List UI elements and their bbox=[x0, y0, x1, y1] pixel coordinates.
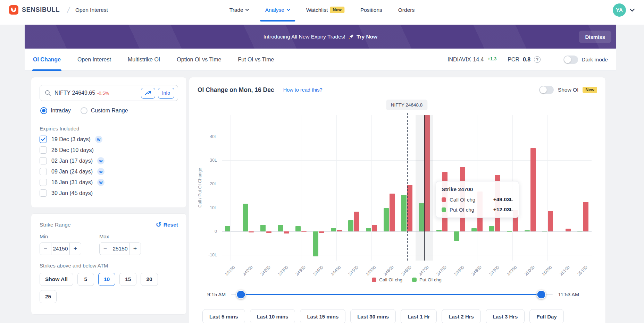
show-oi-toggle[interactable] bbox=[539, 86, 554, 94]
radio-intraday[interactable]: Intraday bbox=[40, 107, 71, 114]
expiry-option-16-jan[interactable]: 16 Jan (31 days)w bbox=[40, 179, 178, 186]
call-oi-bar-24600[interactable] bbox=[390, 194, 395, 231]
put-oi-bar-25000[interactable] bbox=[525, 230, 530, 231]
time-button-full-day[interactable]: Full Day bbox=[529, 309, 563, 323]
atm-option-25[interactable]: 25 bbox=[40, 290, 57, 303]
put-oi-bar-24550[interactable] bbox=[366, 228, 371, 231]
put-oi-bar-24250[interactable] bbox=[260, 225, 266, 231]
expiry-option-30-jan[interactable]: 30 Jan (45 days) bbox=[40, 189, 178, 197]
put-oi-bar-24950[interactable] bbox=[507, 231, 512, 232]
chevron-down-icon bbox=[245, 9, 249, 11]
trending-up-icon bbox=[145, 91, 151, 95]
atm-option-5[interactable]: 5 bbox=[77, 273, 94, 286]
checkbox-icon[interactable] bbox=[40, 179, 47, 186]
tab-oi-change[interactable]: OI Change bbox=[32, 49, 61, 71]
call-oi-bar-24250[interactable] bbox=[266, 231, 271, 233]
put-oi-bar-25050[interactable] bbox=[542, 231, 547, 231]
dark-mode-toggle[interactable] bbox=[563, 56, 578, 64]
checkbox-checked-icon[interactable] bbox=[40, 136, 47, 143]
expiry-option-09-jan[interactable]: 09 Jan (24 days)w bbox=[40, 168, 178, 175]
put-oi-bar-24500[interactable] bbox=[348, 220, 353, 231]
chart-button[interactable] bbox=[141, 88, 155, 99]
slider-end-handle[interactable] bbox=[537, 290, 546, 299]
nav-item-analyse[interactable]: Analyse bbox=[265, 0, 290, 20]
call-oi-bar-24650[interactable] bbox=[407, 185, 412, 231]
call-oi-bar-24400[interactable] bbox=[319, 231, 324, 233]
time-button-last-15-mins[interactable]: Last 15 mins bbox=[300, 309, 345, 323]
put-oi-bar-24450[interactable] bbox=[331, 228, 336, 231]
atm-option-15[interactable]: 15 bbox=[119, 273, 136, 286]
tab-option-oi-vs-time[interactable]: Option OI vs Time bbox=[176, 49, 222, 71]
legend-item-put-oi-chg[interactable]: Put OI chg bbox=[412, 277, 442, 282]
radio-custom-range[interactable]: Custom Range bbox=[81, 107, 128, 114]
sensibull-logo[interactable]: SENSIBULL bbox=[9, 5, 60, 15]
put-oi-bar-24350[interactable] bbox=[295, 226, 301, 231]
call-oi-bar-24450[interactable] bbox=[337, 230, 342, 231]
tab-fut-oi-vs-time[interactable]: Fut OI vs Time bbox=[237, 49, 275, 71]
time-button-last-1-hr[interactable]: Last 1 Hr bbox=[401, 309, 437, 323]
call-oi-bar-24300[interactable] bbox=[284, 231, 289, 233]
call-oi-bar-24550[interactable] bbox=[372, 225, 377, 231]
info-button[interactable]: Info bbox=[158, 88, 174, 99]
account-chevron-icon[interactable] bbox=[629, 8, 635, 12]
put-oi-bar-24850[interactable] bbox=[471, 228, 477, 231]
checkbox-icon[interactable] bbox=[40, 157, 47, 164]
expiry-option-02-jan[interactable]: 02 Jan (17 days)w bbox=[40, 157, 178, 164]
call-oi-bar-25100[interactable] bbox=[566, 229, 571, 231]
put-oi-bar-25150[interactable] bbox=[577, 231, 583, 231]
weekly-badge: w bbox=[97, 157, 104, 164]
checkbox-icon[interactable] bbox=[40, 146, 47, 154]
tab-open-interest[interactable]: Open Interest bbox=[77, 49, 112, 71]
call-oi-bar-24350[interactable] bbox=[301, 231, 307, 232]
reset-button[interactable]: ↺ Reset bbox=[156, 221, 178, 228]
put-oi-bar-24900[interactable] bbox=[489, 226, 494, 231]
put-oi-bar-24400[interactable] bbox=[313, 231, 318, 256]
expiry-option-19-dec[interactable]: 19 Dec (3 days)w bbox=[40, 136, 178, 143]
nav-item-orders[interactable]: Orders bbox=[398, 0, 415, 20]
put-oi-bar-24750[interactable] bbox=[436, 230, 442, 231]
time-button-last-5-mins[interactable]: Last 5 mins bbox=[202, 309, 245, 323]
time-slider-track[interactable] bbox=[231, 290, 553, 299]
pcr-help-icon[interactable]: ? bbox=[534, 56, 541, 63]
how-to-read-link[interactable]: How to read this? bbox=[283, 87, 323, 93]
atm-options: Show All510152025 bbox=[40, 273, 178, 303]
legend-item-call-oi-chg[interactable]: Call OI chg bbox=[372, 277, 402, 282]
call-oi-bar-24500[interactable] bbox=[354, 212, 359, 231]
put-oi-bar-24300[interactable] bbox=[278, 225, 283, 231]
nav-item-trade[interactable]: Trade bbox=[229, 0, 249, 20]
call-oi-bar-25050[interactable] bbox=[548, 211, 553, 231]
put-oi-bar-24200[interactable] bbox=[243, 204, 248, 231]
put-oi-bar-24800[interactable] bbox=[454, 231, 459, 241]
atm-option-10[interactable]: 10 bbox=[98, 273, 115, 286]
avatar[interactable]: YA bbox=[613, 3, 626, 17]
call-oi-bar-24200[interactable] bbox=[249, 231, 254, 232]
dismiss-button[interactable]: Dismiss bbox=[579, 31, 611, 43]
instrument-search[interactable]: NIFTY 24649.65 -0.5% Info bbox=[40, 85, 178, 101]
atm-option-show-all[interactable]: Show All bbox=[40, 273, 73, 286]
expiry-option-26-dec[interactable]: 26 Dec (10 days) bbox=[40, 146, 178, 154]
put-oi-bar-24600[interactable] bbox=[384, 208, 389, 231]
tab-multistrike-oi[interactable]: Multistrike OI bbox=[127, 49, 161, 71]
time-button-last-30-mins[interactable]: Last 30 mins bbox=[350, 309, 396, 323]
max-decrement-button[interactable]: − bbox=[100, 243, 111, 255]
min-increment-button[interactable]: + bbox=[70, 243, 81, 255]
put-oi-bar-24650[interactable] bbox=[401, 195, 407, 231]
atm-option-20[interactable]: 20 bbox=[141, 273, 158, 286]
call-oi-bar-25150[interactable] bbox=[583, 202, 588, 231]
max-increment-button[interactable]: + bbox=[129, 243, 141, 255]
time-range-buttons: Last 5 minsLast 10 minsLast 15 minsLast … bbox=[202, 309, 564, 323]
nav-item-watchlist[interactable]: Watchlist New bbox=[306, 0, 344, 20]
checkbox-icon[interactable] bbox=[40, 189, 47, 197]
min-decrement-button[interactable]: − bbox=[40, 243, 51, 255]
time-button-last-2-hrs[interactable]: Last 2 Hrs bbox=[442, 309, 481, 323]
call-oi-bar-25000[interactable] bbox=[530, 148, 536, 231]
min-value[interactable]: 24150 bbox=[51, 243, 70, 255]
put-oi-bar-24150[interactable] bbox=[225, 226, 230, 231]
time-button-last-10-mins[interactable]: Last 10 mins bbox=[250, 309, 295, 323]
try-now-link[interactable]: Try Now bbox=[357, 34, 377, 40]
checkbox-icon[interactable] bbox=[40, 168, 47, 175]
max-value[interactable]: 25150 bbox=[111, 243, 129, 255]
time-button-last-3-hrs[interactable]: Last 3 Hrs bbox=[486, 309, 525, 323]
nav-item-positions[interactable]: Positions bbox=[360, 0, 382, 20]
slider-start-handle[interactable] bbox=[236, 290, 245, 299]
